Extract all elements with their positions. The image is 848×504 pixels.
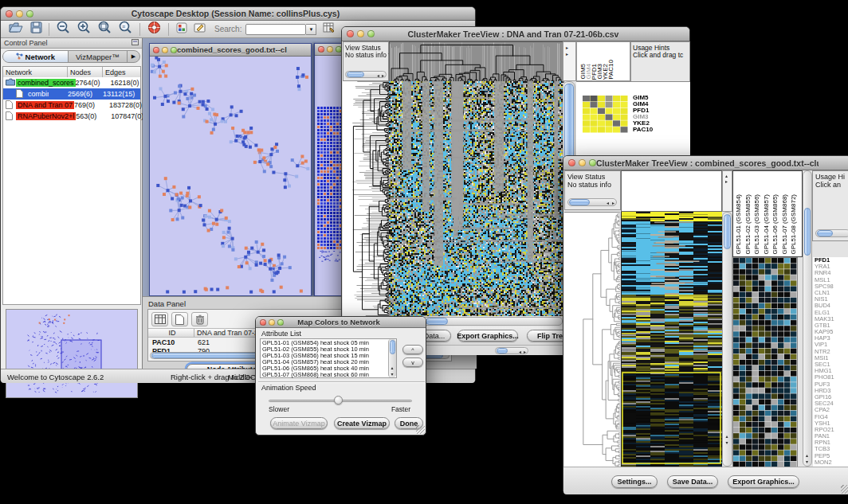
close-button[interactable] xyxy=(568,159,575,166)
scroll-left-icon[interactable]: ◂ xyxy=(377,73,379,78)
tv2-right-vscrollbar[interactable]: ▴ ▾ xyxy=(803,170,812,467)
open-file-icon[interactable] xyxy=(9,21,24,37)
scrollbar-thumb[interactable] xyxy=(817,230,833,236)
save-data-button[interactable]: Save Data... xyxy=(667,475,718,488)
zoom-in-icon[interactable] xyxy=(77,21,91,37)
attribute-list-item[interactable]: GPL51-07 (GSM868) heat shock 60 min xyxy=(261,372,387,378)
slider-thumb[interactable] xyxy=(334,396,343,404)
resize-grip[interactable] xyxy=(416,425,425,434)
network-table-row[interactable]: combined_sco2569(6)13112(15) xyxy=(3,88,140,100)
tab-vizmapper[interactable]: VizMapper™ xyxy=(69,51,127,62)
export-graphics-button[interactable]: Export Graphics... xyxy=(728,475,799,488)
tv1-col-dendrogram[interactable] xyxy=(389,41,564,83)
float-panel-icon[interactable] xyxy=(132,39,139,47)
delete-attribute-trash-icon[interactable] xyxy=(191,312,208,326)
scroll-right-icon[interactable]: ▸ xyxy=(566,52,568,57)
zoom-selected-icon[interactable] xyxy=(97,21,112,37)
scroll-left-icon[interactable]: ◂ xyxy=(607,201,609,205)
treeview-dna-titlebar[interactable]: ClusterMaker TreeView : DNA and Tran 07-… xyxy=(342,27,689,41)
help-lifering-icon[interactable] xyxy=(147,21,161,37)
network-table-col-network[interactable]: Network xyxy=(3,67,68,77)
scroll-right-icon[interactable]: ▸ xyxy=(382,73,384,78)
zoom-button[interactable] xyxy=(26,10,33,18)
tv2-usage-scrollbar[interactable] xyxy=(815,229,848,237)
close-button[interactable] xyxy=(153,47,159,53)
search-input[interactable] xyxy=(245,24,306,35)
network-view-canvas[interactable] xyxy=(150,57,311,295)
search-combo-arrow-icon[interactable]: ▼ xyxy=(306,24,316,35)
scrollbar-thumb[interactable] xyxy=(426,318,448,325)
data-col-id[interactable]: ID xyxy=(148,329,194,337)
close-button[interactable] xyxy=(6,10,13,18)
network-overview-canvas[interactable] xyxy=(6,309,138,398)
minimize-button[interactable] xyxy=(357,30,364,37)
scrollbar-thumb[interactable] xyxy=(497,348,508,354)
scroll-up-icon[interactable]: ▴ xyxy=(726,434,728,439)
gene-label[interactable]: MON2 xyxy=(813,459,848,466)
network-table-col-nodes[interactable]: Nodes xyxy=(68,67,103,77)
tv2-detail-heatmap[interactable] xyxy=(732,257,798,468)
resize-grip[interactable] xyxy=(841,485,848,494)
scrollbar-thumb[interactable] xyxy=(390,340,395,354)
move-up-button[interactable]: ^ xyxy=(402,345,423,354)
zoom-fit-icon[interactable]: ≡ xyxy=(118,21,132,37)
tv2-row-dendrogram[interactable] xyxy=(564,212,620,467)
tv2-heatmap[interactable] xyxy=(621,212,722,467)
attribute-list-scrollbar[interactable]: ▴ ▾ xyxy=(388,339,396,377)
scroll-up-icon[interactable]: ▴ xyxy=(391,365,394,370)
scroll-right-icon[interactable]: ▸ xyxy=(524,350,526,354)
scrollbar-thumb[interactable] xyxy=(569,199,590,205)
tab-network[interactable]: Network xyxy=(3,51,69,62)
scroll-up-icon[interactable]: ▴ xyxy=(725,174,728,178)
scroll-right-icon[interactable]: ▸ xyxy=(725,179,728,184)
move-down-button[interactable]: v xyxy=(402,357,423,367)
network-table-col-edges[interactable]: Edges xyxy=(103,67,140,77)
new-attribute-icon[interactable] xyxy=(171,312,188,326)
minimize-button[interactable] xyxy=(162,47,168,53)
zoom-out-icon[interactable] xyxy=(56,21,70,37)
scroll-right-icon[interactable]: ▸ xyxy=(612,201,614,205)
tv2-status-scrollbar[interactable]: ◂ ▸ xyxy=(567,198,617,206)
network-table-row[interactable]: RNAPuberNov2+l563(0)107847(0) xyxy=(3,111,140,122)
scrollbar-thumb[interactable] xyxy=(724,214,731,249)
close-button[interactable] xyxy=(347,30,354,37)
zoom-button[interactable] xyxy=(367,30,375,37)
network-table-row[interactable]: DNA and Tran 07769(0)183728(0) xyxy=(3,100,140,111)
tv2-heatmap-vscrollbar[interactable]: ▴ ▾ xyxy=(722,212,732,467)
minimize-button[interactable] xyxy=(269,319,275,326)
tab-overflow-button[interactable]: ▶ xyxy=(127,51,139,62)
main-window-titlebar[interactable]: Cytoscape Desktop (Session Name: collins… xyxy=(1,7,475,21)
vizmapper-dots-icon[interactable] xyxy=(176,22,187,37)
tv1-detail-hscrollbar[interactable]: ◂ ▸ xyxy=(495,347,528,354)
zoom-button[interactable] xyxy=(277,319,284,326)
scrollbar-thumb[interactable] xyxy=(347,72,364,77)
data-table-icon[interactable] xyxy=(151,312,168,326)
close-button[interactable] xyxy=(318,46,324,53)
treeview-combined-titlebar[interactable]: ClusterMaker TreeView : combined_scores_… xyxy=(563,156,848,170)
minimize-button[interactable] xyxy=(579,159,586,166)
scroll-right-icon[interactable]: ▸ xyxy=(566,45,568,50)
scroll-up-icon[interactable]: ▴ xyxy=(806,453,808,458)
scrollbar-thumb[interactable] xyxy=(804,208,811,256)
tv1-detail-heatmap[interactable] xyxy=(583,96,628,133)
scroll-down-icon[interactable]: ▾ xyxy=(726,440,728,445)
settings-button[interactable]: Settings... xyxy=(611,475,658,488)
export-graphics-button[interactable]: Export Graphics... xyxy=(457,330,518,342)
zoom-button[interactable] xyxy=(589,159,596,166)
minimize-button[interactable] xyxy=(16,10,23,18)
save-icon[interactable] xyxy=(30,21,42,37)
scroll-down-icon[interactable]: ▾ xyxy=(391,372,394,377)
network-table-row[interactable]: combined_scores2764(0)16218(0) xyxy=(3,77,140,88)
scroll-down-icon[interactable]: ▾ xyxy=(806,459,808,464)
attribute-table-icon[interactable] xyxy=(323,21,336,37)
tv1-row-dendrogram[interactable] xyxy=(343,81,390,316)
create-vizmap-button[interactable]: Create Vizmap xyxy=(334,417,390,429)
map-colors-titlebar[interactable]: Map Colors to Network xyxy=(256,317,426,328)
tv1-status-scrollbar[interactable]: ◂ ▸ xyxy=(345,71,387,78)
animate-vizmap-button[interactable]: Animate Vizmap xyxy=(270,417,328,429)
tv2-col-dendrogram-area[interactable] xyxy=(621,170,722,212)
zoom-button[interactable] xyxy=(171,47,177,53)
minimize-button[interactable] xyxy=(327,46,333,53)
annotation-icon[interactable] xyxy=(194,22,206,37)
close-button[interactable] xyxy=(260,319,266,326)
